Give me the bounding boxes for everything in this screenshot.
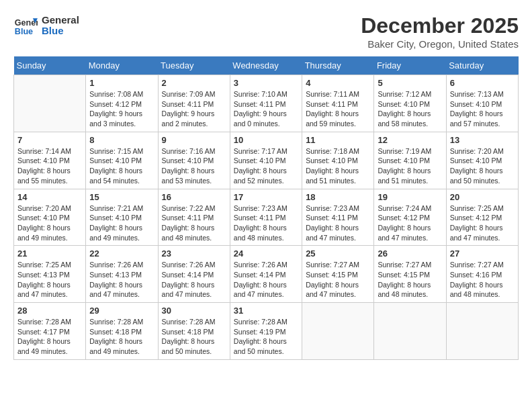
day-cell: 26Sunrise: 7:27 AMSunset: 4:15 PMDayligh… <box>374 246 446 303</box>
month-title: December 2025 <box>361 13 519 38</box>
day-info: Sunrise: 7:24 AMSunset: 4:12 PMDaylight:… <box>378 203 442 243</box>
day-number: 17 <box>234 192 298 202</box>
day-cell: 27Sunrise: 7:27 AMSunset: 4:16 PMDayligh… <box>446 246 518 303</box>
weekday-header-tuesday: Tuesday <box>158 56 230 75</box>
logo-line1: General <box>42 15 79 26</box>
day-info: Sunrise: 7:19 AMSunset: 4:10 PMDaylight:… <box>378 146 442 186</box>
day-cell: 2Sunrise: 7:09 AMSunset: 4:11 PMDaylight… <box>158 75 230 132</box>
day-cell <box>302 303 374 360</box>
weekday-header-row: SundayMondayTuesdayWednesdayThursdayFrid… <box>14 56 519 75</box>
day-cell: 6Sunrise: 7:13 AMSunset: 4:10 PMDaylight… <box>446 75 518 132</box>
day-cell: 31Sunrise: 7:28 AMSunset: 4:19 PMDayligh… <box>230 303 302 360</box>
day-number: 27 <box>450 248 515 259</box>
day-number: 6 <box>450 78 515 88</box>
day-cell: 3Sunrise: 7:10 AMSunset: 4:11 PMDaylight… <box>230 75 302 132</box>
day-number: 15 <box>89 192 154 202</box>
weekday-header-thursday: Thursday <box>302 56 374 75</box>
week-row-3: 21Sunrise: 7:25 AMSunset: 4:13 PMDayligh… <box>14 246 519 303</box>
weekday-header-wednesday: Wednesday <box>230 56 302 75</box>
weekday-header-saturday: Saturday <box>446 56 518 75</box>
week-row-0: 1Sunrise: 7:08 AMSunset: 4:12 PMDaylight… <box>14 75 519 132</box>
day-cell: 5Sunrise: 7:12 AMSunset: 4:10 PMDaylight… <box>374 75 446 132</box>
day-info: Sunrise: 7:18 AMSunset: 4:10 PMDaylight:… <box>306 146 370 186</box>
day-info: Sunrise: 7:23 AMSunset: 4:11 PMDaylight:… <box>306 203 370 243</box>
day-info: Sunrise: 7:15 AMSunset: 4:10 PMDaylight:… <box>89 146 154 186</box>
day-cell: 7Sunrise: 7:14 AMSunset: 4:10 PMDaylight… <box>14 132 86 189</box>
week-row-1: 7Sunrise: 7:14 AMSunset: 4:10 PMDaylight… <box>14 132 519 189</box>
day-info: Sunrise: 7:23 AMSunset: 4:11 PMDaylight:… <box>234 203 298 243</box>
day-info: Sunrise: 7:22 AMSunset: 4:11 PMDaylight:… <box>162 203 226 243</box>
day-info: Sunrise: 7:12 AMSunset: 4:10 PMDaylight:… <box>378 89 442 129</box>
day-cell: 20Sunrise: 7:25 AMSunset: 4:12 PMDayligh… <box>446 189 518 246</box>
day-number: 7 <box>17 135 82 145</box>
day-cell: 4Sunrise: 7:11 AMSunset: 4:11 PMDaylight… <box>302 75 374 132</box>
day-cell: 16Sunrise: 7:22 AMSunset: 4:11 PMDayligh… <box>158 189 230 246</box>
day-number: 20 <box>450 192 515 202</box>
day-info: Sunrise: 7:21 AMSunset: 4:10 PMDaylight:… <box>89 203 154 243</box>
day-info: Sunrise: 7:28 AMSunset: 4:18 PMDaylight:… <box>162 317 226 357</box>
day-number: 30 <box>162 306 226 316</box>
day-number: 26 <box>378 248 442 259</box>
day-cell <box>14 75 86 132</box>
weekday-header-monday: Monday <box>86 56 158 75</box>
day-cell: 17Sunrise: 7:23 AMSunset: 4:11 PMDayligh… <box>230 189 302 246</box>
day-cell: 1Sunrise: 7:08 AMSunset: 4:12 PMDaylight… <box>86 75 158 132</box>
day-number: 5 <box>378 78 442 88</box>
weekday-header-sunday: Sunday <box>14 56 86 75</box>
day-info: Sunrise: 7:17 AMSunset: 4:10 PMDaylight:… <box>234 146 298 186</box>
day-cell: 9Sunrise: 7:16 AMSunset: 4:10 PMDaylight… <box>158 132 230 189</box>
day-number: 23 <box>162 248 226 259</box>
day-number: 3 <box>234 78 298 88</box>
day-info: Sunrise: 7:25 AMSunset: 4:12 PMDaylight:… <box>450 203 515 243</box>
day-info: Sunrise: 7:14 AMSunset: 4:10 PMDaylight:… <box>17 146 82 186</box>
day-cell: 11Sunrise: 7:18 AMSunset: 4:10 PMDayligh… <box>302 132 374 189</box>
day-info: Sunrise: 7:16 AMSunset: 4:10 PMDaylight:… <box>162 146 226 186</box>
day-number: 13 <box>450 135 515 145</box>
logo-line2: Blue <box>42 26 79 37</box>
day-info: Sunrise: 7:27 AMSunset: 4:15 PMDaylight:… <box>306 260 370 300</box>
day-cell <box>446 303 518 360</box>
day-info: Sunrise: 7:09 AMSunset: 4:11 PMDaylight:… <box>162 89 226 129</box>
day-cell: 10Sunrise: 7:17 AMSunset: 4:10 PMDayligh… <box>230 132 302 189</box>
day-info: Sunrise: 7:27 AMSunset: 4:16 PMDaylight:… <box>450 260 515 300</box>
day-number: 11 <box>306 135 370 145</box>
day-cell: 14Sunrise: 7:20 AMSunset: 4:10 PMDayligh… <box>14 189 86 246</box>
day-number: 28 <box>17 306 82 316</box>
day-info: Sunrise: 7:11 AMSunset: 4:11 PMDaylight:… <box>306 89 370 129</box>
day-info: Sunrise: 7:28 AMSunset: 4:17 PMDaylight:… <box>17 317 82 357</box>
day-info: Sunrise: 7:25 AMSunset: 4:13 PMDaylight:… <box>17 260 82 300</box>
day-info: Sunrise: 7:28 AMSunset: 4:19 PMDaylight:… <box>234 317 298 357</box>
day-number: 24 <box>234 248 298 259</box>
day-number: 22 <box>89 248 154 259</box>
day-info: Sunrise: 7:13 AMSunset: 4:10 PMDaylight:… <box>450 89 515 129</box>
week-row-2: 14Sunrise: 7:20 AMSunset: 4:10 PMDayligh… <box>14 189 519 246</box>
logo-icon: General Blue <box>13 13 38 38</box>
title-area: December 2025 Baker City, Oregon, United… <box>361 13 519 50</box>
day-number: 16 <box>162 192 226 202</box>
day-cell: 24Sunrise: 7:26 AMSunset: 4:14 PMDayligh… <box>230 246 302 303</box>
day-cell: 13Sunrise: 7:20 AMSunset: 4:10 PMDayligh… <box>446 132 518 189</box>
day-number: 8 <box>89 135 154 145</box>
header: General Blue General Blue December 2025 … <box>13 13 519 50</box>
day-number: 29 <box>89 306 154 316</box>
day-cell: 30Sunrise: 7:28 AMSunset: 4:18 PMDayligh… <box>158 303 230 360</box>
day-info: Sunrise: 7:10 AMSunset: 4:11 PMDaylight:… <box>234 89 298 129</box>
calendar-table: SundayMondayTuesdayWednesdayThursdayFrid… <box>13 56 519 360</box>
day-info: Sunrise: 7:26 AMSunset: 4:14 PMDaylight:… <box>234 260 298 300</box>
day-info: Sunrise: 7:27 AMSunset: 4:15 PMDaylight:… <box>378 260 442 300</box>
day-number: 9 <box>162 135 226 145</box>
day-info: Sunrise: 7:20 AMSunset: 4:10 PMDaylight:… <box>17 203 82 243</box>
day-cell: 21Sunrise: 7:25 AMSunset: 4:13 PMDayligh… <box>14 246 86 303</box>
location: Baker City, Oregon, United States <box>361 38 519 50</box>
day-number: 10 <box>234 135 298 145</box>
day-info: Sunrise: 7:28 AMSunset: 4:18 PMDaylight:… <box>89 317 154 357</box>
day-number: 1 <box>89 78 154 88</box>
day-number: 14 <box>17 192 82 202</box>
day-info: Sunrise: 7:20 AMSunset: 4:10 PMDaylight:… <box>450 146 515 186</box>
logo: General Blue General Blue <box>13 13 79 38</box>
day-number: 31 <box>234 306 298 316</box>
day-cell: 25Sunrise: 7:27 AMSunset: 4:15 PMDayligh… <box>302 246 374 303</box>
day-cell: 15Sunrise: 7:21 AMSunset: 4:10 PMDayligh… <box>86 189 158 246</box>
day-info: Sunrise: 7:26 AMSunset: 4:13 PMDaylight:… <box>89 260 154 300</box>
week-row-4: 28Sunrise: 7:28 AMSunset: 4:17 PMDayligh… <box>14 303 519 360</box>
